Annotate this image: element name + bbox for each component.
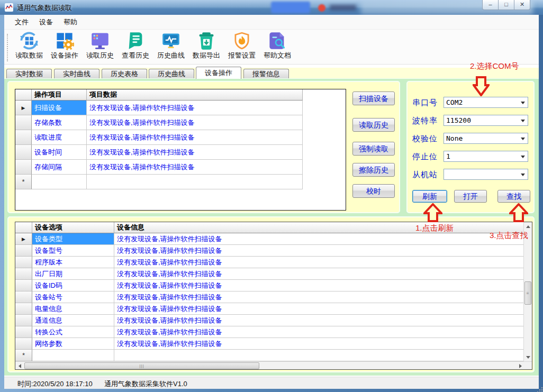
table-row[interactable]: ▶设备类型没有发现设备,请操作软件扫描设备 (15, 233, 524, 245)
value-cell[interactable]: 没有发现设备,请操作软件扫描设备 (87, 160, 303, 175)
item-cell[interactable]: 设备ID码 (32, 280, 114, 291)
item-cell[interactable]: 扫描设备 (32, 101, 87, 115)
minimize-button[interactable]: – (482, 0, 499, 10)
table-row[interactable]: 设备站号没有发现设备,请操作软件扫描设备 (15, 291, 524, 303)
chevron-down-icon (521, 120, 525, 122)
table-row[interactable]: 网络参数没有发现设备,请操作软件扫描设备 (15, 338, 524, 350)
table-row[interactable]: 设备ID码没有发现设备,请操作软件扫描设备 (15, 280, 524, 291)
item-cell[interactable]: 电量信息 (32, 303, 114, 315)
scroll-up-button[interactable] (524, 222, 532, 231)
close-button[interactable]: ✕ (514, 0, 530, 10)
vertical-scroll-thumb[interactable]: ≡ (524, 281, 531, 305)
item-cell[interactable] (32, 175, 87, 189)
client-area: 文件设备帮助 读取数据设备操作读取历史查看历史历史曲线数据导出报警设置帮助文档 … (4, 15, 539, 389)
tab-alarm-info[interactable]: 报警信息 (243, 69, 289, 78)
alarm-settings-button[interactable]: 报警设置 (224, 31, 259, 60)
help-doc-button[interactable]: 帮助文档 (260, 31, 295, 60)
value-cell[interactable]: 没有发现设备,请操作软件扫描设备 (114, 245, 524, 257)
tab-device-operation[interactable]: 设备操作 (196, 67, 241, 79)
slave-station-select[interactable] (444, 169, 528, 180)
menu-help[interactable]: 帮助 (58, 15, 83, 29)
data-export-button[interactable]: 数据导出 (189, 31, 224, 60)
serial-port-select[interactable]: COM2 (444, 97, 528, 108)
time-sync-button[interactable]: 校时 (352, 184, 395, 198)
table-row[interactable]: 设备型号没有发现设备,请操作软件扫描设备 (15, 245, 524, 257)
maximize-button[interactable]: □ (498, 0, 514, 10)
tab-realtime-curve[interactable]: 实时曲线 (54, 69, 99, 78)
item-cell[interactable]: 出厂日期 (32, 268, 114, 280)
table-row[interactable]: 出厂日期没有发现设备,请操作软件扫描设备 (15, 268, 524, 280)
table-row[interactable]: 转换公式没有发现设备,请操作软件扫描设备 (15, 326, 524, 338)
item-cell[interactable]: 设备时间 (32, 145, 87, 160)
table-new-row[interactable]: * (15, 350, 524, 361)
value-cell[interactable]: 没有发现设备,请操作软件扫描设备 (87, 130, 303, 145)
value-cell[interactable] (114, 350, 524, 361)
item-cell[interactable]: 程序版本 (32, 257, 114, 268)
read-history-button[interactable]: 读取历史 (83, 31, 117, 60)
vertical-scrollbar[interactable]: ≡ (523, 222, 532, 361)
value-cell[interactable]: 没有发现设备,请操作软件扫描设备 (114, 233, 524, 245)
item-cell[interactable]: 通道信息 (32, 315, 114, 326)
item-cell[interactable]: 读取进度 (32, 130, 87, 145)
table-row[interactable]: 程序版本没有发现设备,请操作软件扫描设备 (15, 257, 524, 268)
stop-bit-select[interactable]: 1 (444, 151, 528, 162)
item-cell[interactable]: 设备型号 (32, 245, 114, 257)
item-cell[interactable]: 网络参数 (32, 338, 114, 350)
value-cell[interactable]: 没有发现设备,请操作软件扫描设备 (114, 291, 524, 303)
tab-realtime-data[interactable]: 实时数据 (6, 69, 52, 78)
table-row[interactable]: 通道信息没有发现设备,请操作软件扫描设备 (15, 315, 524, 326)
history-curve-button[interactable]: 历史曲线 (153, 31, 188, 60)
device-operation-button[interactable]: 设备操作 (47, 31, 82, 60)
value-cell[interactable]: 没有发现设备,请操作软件扫描设备 (114, 268, 524, 280)
value-cell[interactable]: 没有发现设备,请操作软件扫描设备 (114, 280, 524, 291)
value-cell[interactable]: 没有发现设备,请操作软件扫描设备 (114, 257, 524, 268)
value-cell[interactable] (87, 175, 303, 189)
force-read-button[interactable]: 强制读取 (352, 142, 395, 156)
table-row[interactable]: 电量信息没有发现设备,请操作软件扫描设备 (15, 303, 524, 315)
open-button[interactable]: 打开 (454, 190, 487, 203)
menu-file[interactable]: 文件 (10, 15, 34, 29)
item-cell[interactable]: 存储条数 (32, 115, 87, 130)
combo-value: None (446, 134, 463, 142)
horizontal-scrollbar[interactable]: ||| (15, 361, 532, 370)
read-history-cmd-button[interactable]: 读取历史 (352, 118, 395, 132)
table-row[interactable]: 存储间隔没有发现设备,请操作软件扫描设备 (15, 160, 303, 175)
item-cell[interactable] (32, 350, 114, 361)
value-cell[interactable]: 没有发现设备,请操作软件扫描设备 (114, 315, 524, 326)
table-row[interactable]: 读取进度没有发现设备,请操作软件扫描设备 (15, 130, 303, 145)
value-cell[interactable]: 没有发现设备,请操作软件扫描设备 (87, 115, 303, 130)
combo-value: 1 (446, 152, 450, 160)
item-cell[interactable]: 存储间隔 (32, 160, 87, 175)
resize-grip[interactable] (536, 386, 537, 387)
parity-select[interactable]: None (444, 133, 528, 144)
device-operation-icon (55, 31, 74, 50)
horizontal-scroll-thumb[interactable]: ||| (24, 362, 259, 369)
tab-history-curve[interactable]: 历史曲线 (149, 69, 194, 78)
value-cell[interactable]: 没有发现设备,请操作软件扫描设备 (87, 145, 303, 160)
scroll-left-button[interactable] (15, 362, 24, 370)
scroll-down-button[interactable] (524, 353, 532, 361)
value-cell[interactable]: 没有发现设备,请操作软件扫描设备 (114, 303, 524, 315)
tab-history-table[interactable]: 历史表格 (102, 69, 147, 78)
scroll-right-button[interactable] (516, 362, 524, 370)
table-new-row[interactable]: * (15, 175, 303, 189)
table-row[interactable]: ▶扫描设备没有发现设备,请操作软件扫描设备 (15, 101, 303, 115)
baud-rate-select[interactable]: 115200 (444, 115, 528, 126)
table-row[interactable]: 存储条数没有发现设备,请操作软件扫描设备 (15, 115, 303, 130)
item-cell[interactable]: 设备类型 (32, 233, 114, 245)
table-row[interactable]: 设备时间没有发现设备,请操作软件扫描设备 (15, 145, 303, 160)
value-cell[interactable]: 没有发现设备,请操作软件扫描设备 (114, 338, 524, 350)
scan-device-button[interactable]: 扫描设备 (352, 92, 395, 105)
operation-table: 操作项目项目数据▶扫描设备没有发现设备,请操作软件扫描设备存储条数没有发现设备,… (15, 89, 303, 189)
item-cell[interactable]: 转换公式 (32, 326, 114, 338)
find-button[interactable]: 查找 (497, 190, 530, 203)
view-history-button[interactable]: 查看历史 (118, 31, 153, 60)
refresh-button[interactable]: 刷新 (412, 190, 447, 203)
read-data-button[interactable]: 读取数据 (12, 31, 47, 60)
erase-history-button[interactable]: 擦除历史 (352, 163, 395, 177)
value-cell[interactable]: 没有发现设备,请操作软件扫描设备 (87, 101, 303, 115)
item-cell[interactable]: 设备站号 (32, 291, 114, 303)
menu-device[interactable]: 设备 (34, 15, 58, 29)
titlebar[interactable]: 通用气象数据读取 – □ ✕ (0, 0, 543, 15)
value-cell[interactable]: 没有发现设备,请操作软件扫描设备 (114, 326, 524, 338)
